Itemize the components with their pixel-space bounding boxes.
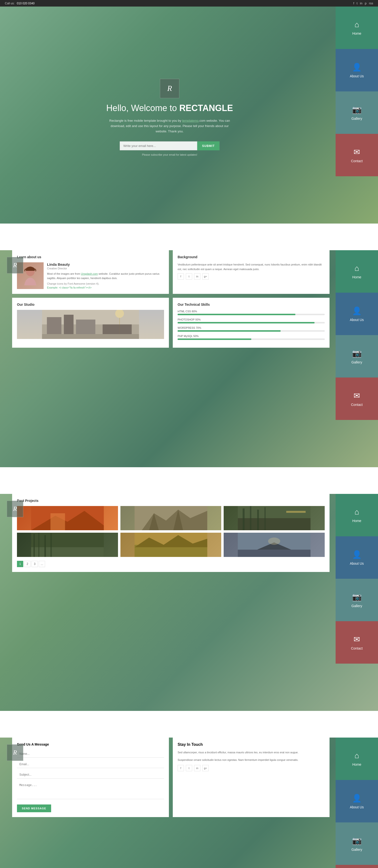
nav-about-2[interactable]: 👤 About Us: [336, 293, 378, 335]
subject-field[interactable]: [17, 771, 164, 778]
nav-about-3[interactable]: 👤 About Us: [336, 536, 378, 579]
facebook-icon-top[interactable]: f: [353, 1, 354, 5]
nav-home-label-1: Home: [352, 32, 361, 35]
email-field[interactable]: [17, 761, 164, 768]
home-icon-3: ⌂: [354, 507, 359, 517]
nav-home-label-2: Home: [352, 275, 361, 279]
svg-rect-22: [265, 507, 266, 530]
twitter-icon-bg[interactable]: t: [186, 273, 192, 280]
svg-rect-21: [257, 510, 259, 530]
twitter-icon-stay[interactable]: t: [186, 765, 192, 771]
nav-gallery-label-1: Gallery: [351, 117, 362, 121]
pinterest-icon-top[interactable]: p: [365, 1, 366, 5]
nav-gallery-3[interactable]: 📷 Gallery: [336, 579, 378, 621]
nav-contact-2[interactable]: ✉ Contact: [336, 377, 378, 420]
stay-text-1: Sed ullamcorper, risus a tincidunt effic…: [178, 750, 325, 755]
svg-point-36: [268, 537, 280, 545]
linkedin-icon-stay[interactable]: in: [194, 765, 200, 771]
nav-home-2[interactable]: ⌂ Home: [336, 250, 378, 293]
gallery-icon-2: 📷: [352, 349, 362, 358]
page-3[interactable]: 3: [32, 561, 38, 567]
contact-form-row: Send Us A Message SEND MESSAGE Stay In T…: [12, 738, 330, 817]
background-social: f t in g+: [178, 273, 325, 280]
nav-home-label-3: Home: [352, 519, 361, 523]
nav-contact-label-1: Contact: [351, 159, 363, 163]
email-form: SUBMIT: [120, 141, 219, 150]
google-icon-stay[interactable]: g+: [202, 765, 209, 771]
contact-form-card: Send Us A Message SEND MESSAGE: [12, 738, 169, 817]
nav-contact-1[interactable]: ✉ Contact: [336, 134, 378, 176]
gallery-image-3[interactable]: [224, 506, 325, 530]
nav-home-1[interactable]: ⌂ Home: [336, 6, 378, 49]
nav-gallery-4[interactable]: 📷 Gallery: [336, 823, 378, 865]
skill-wordpress: WORDPRESS 70%: [178, 327, 325, 332]
phone-number: 010 020 0340: [17, 2, 34, 5]
about-icon-4: 👤: [352, 794, 362, 803]
gallery-icon-1: 📷: [352, 105, 362, 114]
facebook-icon-bg[interactable]: f: [178, 273, 184, 280]
form-title: Send Us A Message: [17, 742, 164, 746]
stay-in-touch-card: Stay In Touch Sed ullamcorper, risus a t…: [173, 738, 330, 817]
studio-image: [17, 310, 164, 339]
message-field[interactable]: [17, 781, 164, 799]
about-content: Learn about us Linda Beauty Creat: [12, 250, 330, 348]
svg-rect-25: [31, 547, 104, 557]
nav-contact-label-3: Contact: [351, 646, 363, 650]
twitter-icon-top[interactable]: t: [357, 1, 358, 5]
svg-rect-9: [42, 334, 139, 339]
side-nav-4: ⌂ Home 👤 About Us 📷 Gallery ✉ Contact: [336, 738, 378, 868]
change-icons: Change icons by Font Awesome (version 4)…: [47, 282, 164, 285]
nav-about-1[interactable]: 👤 About Us: [336, 49, 378, 91]
nav-gallery-label-3: Gallery: [351, 604, 362, 608]
nav-contact-3[interactable]: ✉ Contact: [336, 621, 378, 663]
submit-button[interactable]: SUBMIT: [197, 141, 219, 150]
gallery-image-5[interactable]: [121, 533, 221, 557]
rss-icon-top[interactable]: rss: [369, 1, 373, 5]
about-person-row: Linda Beauty Creative Director Most of t…: [17, 262, 164, 289]
gallery-image-2[interactable]: [121, 506, 221, 530]
page-more[interactable]: ...: [39, 561, 45, 567]
svg-rect-23: [286, 511, 306, 513]
hero-content: R Hello, Welcome to RECTANGLE Rectangle …: [0, 6, 378, 223]
nav-home-3[interactable]: ⌂ Home: [336, 494, 378, 536]
section-logo-3: R: [7, 501, 23, 517]
email-input[interactable]: [120, 141, 197, 150]
linkedin-icon-top[interactable]: in: [360, 1, 362, 5]
example-link[interactable]: Example: <i class="fa fa-refresh"></i>: [47, 286, 164, 289]
templatemo-link[interactable]: templatemo: [182, 119, 199, 122]
skill-html: HTML CSS 80%: [178, 310, 325, 315]
nav-about-label-2: About Us: [350, 318, 364, 322]
unsplash-link[interactable]: Unsplash.com: [81, 272, 98, 275]
side-nav-2: ⌂ Home 👤 About Us 📷 Gallery ✉ Contact: [336, 250, 378, 420]
nav-gallery-label-2: Gallery: [351, 360, 362, 364]
name-field[interactable]: [17, 750, 164, 758]
gallery-image-4[interactable]: [17, 533, 118, 557]
background-card: Background Vestibulum pellentesque ante …: [173, 250, 330, 294]
google-icon-bg[interactable]: g+: [202, 273, 209, 280]
nav-home-4[interactable]: ⌂ Home: [336, 738, 378, 780]
svg-rect-28: [44, 535, 46, 557]
contact-content: Send Us A Message SEND MESSAGE Stay In T…: [12, 738, 330, 817]
nav-gallery-2[interactable]: 📷 Gallery: [336, 335, 378, 377]
svg-rect-12: [50, 513, 65, 530]
skills-card: Our Technical Skills HTML CSS 80% PHOTOS…: [173, 298, 330, 348]
facebook-icon-stay[interactable]: f: [178, 765, 184, 771]
nav-home-label-4: Home: [352, 763, 361, 767]
gallery-section: R ⌂ Home 👤 About Us 📷 Gallery ✉ Contact …: [0, 494, 378, 711]
about-row-1: Learn about us Linda Beauty Creat: [12, 250, 330, 294]
top-bar: Call us: 010 020 0340 f t in p rss: [0, 0, 378, 6]
linkedin-icon-bg[interactable]: in: [194, 273, 200, 280]
section-logo-2: R: [7, 257, 23, 274]
gallery-image-1[interactable]: [17, 506, 118, 530]
nav-about-label-1: About Us: [350, 74, 364, 78]
hero-section: ⌂ Home 👤 About Us 📷 Gallery ✉ Contact R …: [0, 6, 378, 223]
learn-about-card: Learn about us Linda Beauty Creat: [12, 250, 169, 294]
gallery-image-6[interactable]: [224, 533, 325, 557]
nav-contact-4[interactable]: ✉ Contact: [336, 865, 378, 868]
nav-gallery-1[interactable]: 📷 Gallery: [336, 91, 378, 134]
send-button[interactable]: SEND MESSAGE: [17, 804, 51, 812]
nav-about-4[interactable]: 👤 About Us: [336, 780, 378, 823]
skill-bar-wordpress: [178, 330, 325, 332]
page-2[interactable]: 2: [24, 561, 31, 567]
page-1[interactable]: 1: [17, 561, 23, 567]
